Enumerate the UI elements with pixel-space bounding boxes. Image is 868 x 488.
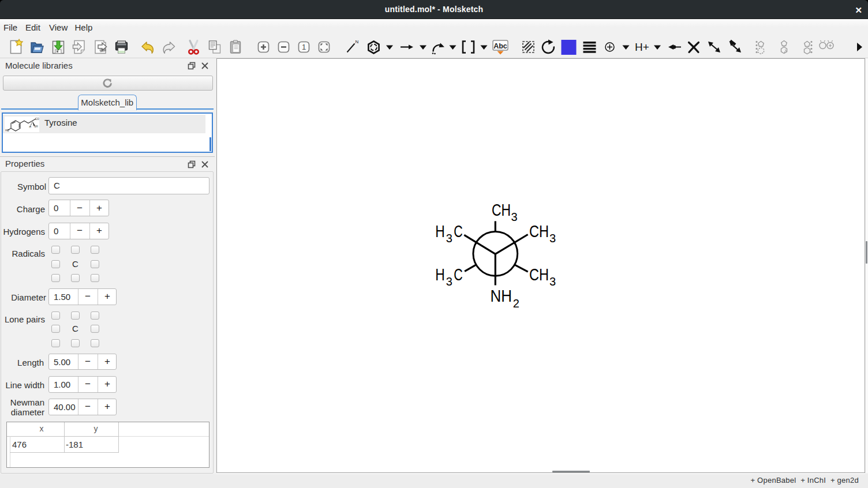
- svg-text:H: H: [29, 125, 31, 128]
- svg-text:CH: CH: [492, 201, 511, 219]
- svg-text:NH: NH: [34, 125, 38, 127]
- svg-text:CO: CO: [35, 118, 39, 121]
- svg-text:2: 2: [513, 297, 519, 310]
- svg-text:C: C: [454, 222, 463, 241]
- svg-text:H: H: [435, 222, 445, 241]
- svg-text:3: 3: [511, 211, 518, 223]
- svg-text:N: N: [356, 39, 359, 44]
- svg-text:Abc: Abc: [493, 42, 507, 50]
- svg-text:H+: H+: [635, 41, 649, 53]
- svg-text:3: 3: [549, 275, 556, 288]
- svg-text:3: 3: [549, 232, 556, 245]
- svg-text:CH: CH: [529, 222, 549, 241]
- svg-text:H: H: [435, 265, 445, 284]
- svg-text:NH: NH: [491, 287, 512, 305]
- svg-text:1: 1: [302, 43, 306, 51]
- svg-text:3: 3: [446, 275, 452, 288]
- svg-text:HO: HO: [5, 129, 9, 132]
- svg-text:CH: CH: [529, 265, 549, 284]
- svg-text:C: C: [454, 265, 463, 284]
- svg-text:3: 3: [446, 232, 452, 245]
